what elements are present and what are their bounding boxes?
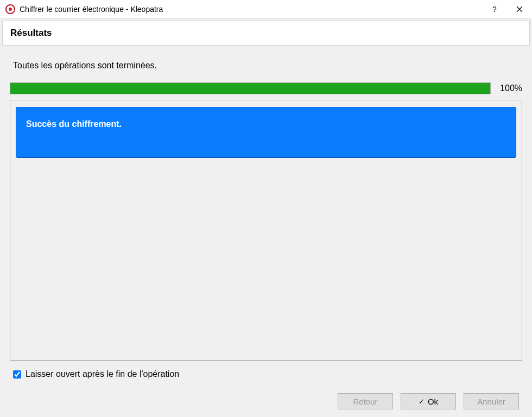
titlebar: Chiffrer le courrier électronique - Kleo… <box>0 0 532 18</box>
back-button[interactable]: Retour <box>338 393 393 409</box>
app-icon <box>5 4 15 14</box>
close-icon <box>516 6 523 12</box>
keep-open-label: Laisser ouvert après le fin de l'opérati… <box>26 369 179 379</box>
progress-row: 100% <box>10 82 522 94</box>
success-panel: Succès du chiffrement. <box>16 107 516 158</box>
window-title: Chiffrer le courrier électronique - Kleo… <box>20 5 482 14</box>
dialog-content: Résultats Toutes les opérations sont ter… <box>0 18 532 417</box>
ok-button[interactable]: ✓ Ok <box>401 393 456 409</box>
results-title: Résultats <box>10 28 522 39</box>
svg-point-1 <box>9 8 12 11</box>
results-header: Résultats <box>2 21 530 46</box>
status-message: Toutes les opérations sont terminées. <box>10 61 522 70</box>
progress-fill <box>10 83 490 94</box>
check-icon: ✓ <box>419 397 425 406</box>
progress-percent: 100% <box>495 84 522 93</box>
success-message: Succès du chiffrement. <box>26 119 122 129</box>
cancel-button-label: Annuler <box>477 397 505 406</box>
keep-open-checkbox[interactable] <box>13 370 21 378</box>
help-button[interactable]: ? <box>482 0 507 18</box>
results-box: Succès du chiffrement. <box>10 100 522 361</box>
back-button-label: Retour <box>353 397 377 406</box>
close-button[interactable] <box>507 0 532 18</box>
progress-bar <box>10 82 491 94</box>
button-row: Retour ✓ Ok Annuler <box>10 393 522 409</box>
ok-button-label: Ok <box>428 397 438 406</box>
titlebar-controls: ? <box>482 0 532 18</box>
keep-open-row: Laisser ouvert après le fin de l'opérati… <box>10 369 522 379</box>
cancel-button[interactable]: Annuler <box>464 393 519 409</box>
content-body: Toutes les opérations sont terminées. 10… <box>2 47 530 415</box>
